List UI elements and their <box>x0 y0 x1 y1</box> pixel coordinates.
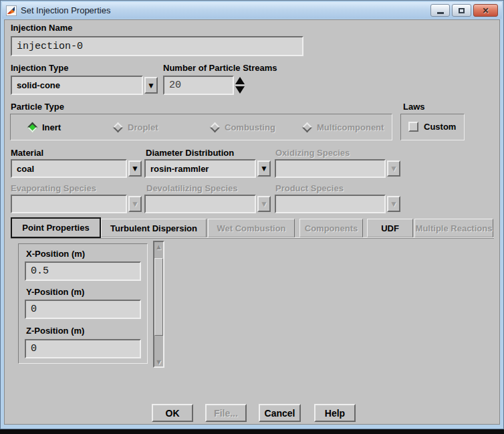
spinner-down-icon[interactable] <box>235 86 245 94</box>
radio-droplet-label: Droplet <box>128 122 158 132</box>
dropdown-arrow-icon: ▼ <box>147 82 155 90</box>
diameter-distribution-label: Diameter Distribution <box>146 148 234 158</box>
injection-type-value: solid-cone <box>17 80 60 90</box>
restore-icon <box>459 8 465 13</box>
material-dropdown-button[interactable]: ▼ <box>128 160 142 177</box>
y-position-input[interactable] <box>25 300 141 319</box>
window-title: Set Injection Properties <box>21 5 110 15</box>
dialog-body: Injection Name Injection Type solid-cone… <box>4 19 500 425</box>
diameter-distribution-value: rosin-rammler <box>150 164 209 174</box>
material-value: coal <box>17 164 34 174</box>
radio-multicomponent: Multicomponent <box>303 114 384 140</box>
radio-unselected-icon <box>113 122 124 132</box>
radio-unselected-icon <box>210 122 221 132</box>
tab-point-properties[interactable]: Point Properties <box>11 217 101 238</box>
evaporating-species-label: Evaporating Species <box>11 183 96 193</box>
injection-type-dropdown-button[interactable]: ▼ <box>144 77 158 94</box>
tab-wet-combustion: Wet Combustion <box>208 219 295 237</box>
tab-multiple-reactions: Multiple Reactions <box>414 219 493 237</box>
tab-turbulent-dispersion[interactable]: Turbulent Dispersion <box>101 219 207 237</box>
z-position-label: Z-Position (m) <box>26 326 84 336</box>
file-button: File... <box>205 404 247 422</box>
particle-streams-label: Number of Particle Streams <box>163 63 277 73</box>
tab-udf[interactable]: UDF <box>367 219 413 237</box>
close-icon: ✕ <box>482 6 489 15</box>
tab-components: Components <box>299 219 363 237</box>
particle-streams-input[interactable] <box>163 76 234 95</box>
cancel-button[interactable]: Cancel <box>259 404 301 422</box>
devolatilizing-species-dropdown-button: ▼ <box>257 196 271 212</box>
spinner-up-icon[interactable] <box>235 77 245 84</box>
custom-checkbox-label: Custom <box>424 122 456 132</box>
dropdown-arrow-icon: ▼ <box>131 200 139 208</box>
material-combo[interactable]: coal <box>11 159 127 178</box>
particle-type-group: Inert Droplet Combusting Multicomponent <box>10 114 392 140</box>
oxidizing-species-combo <box>275 159 386 178</box>
radio-selected-icon <box>27 122 38 132</box>
devolatilizing-species-combo <box>144 195 256 213</box>
dropdown-arrow-icon: ▼ <box>260 200 268 208</box>
radio-combusting-label: Combusting <box>225 122 275 132</box>
laws-label: Laws <box>403 102 425 112</box>
radio-unselected-icon <box>302 122 313 132</box>
radio-droplet: Droplet <box>114 114 158 140</box>
injection-name-input[interactable] <box>11 36 303 56</box>
injection-type-combo[interactable]: solid-cone <box>11 76 143 95</box>
scrollbar-down-icon[interactable]: ▼ <box>154 357 163 366</box>
oxidizing-species-dropdown-button: ▼ <box>387 160 400 177</box>
z-position-input[interactable] <box>25 339 141 358</box>
scrollbar-up-icon[interactable]: ▲ <box>154 242 163 251</box>
ok-button[interactable]: OK <box>152 404 193 422</box>
minimize-icon <box>437 12 444 14</box>
devolatilizing-species-label: Devolatilizing Species <box>146 183 238 193</box>
point-properties-pane: X-Position (m) Y-Position (m) Z-Position… <box>18 243 148 364</box>
particle-type-label: Particle Type <box>11 102 64 112</box>
injection-name-label: Injection Name <box>11 23 72 33</box>
x-position-label: X-Position (m) <box>26 249 85 259</box>
help-button[interactable]: Help <box>314 404 356 422</box>
dialog-window: Set Injection Properties ✕ Injection Nam… <box>0 0 504 429</box>
evaporating-species-combo <box>11 195 127 213</box>
minimize-button[interactable] <box>430 4 450 17</box>
dropdown-arrow-icon: ▼ <box>131 165 139 173</box>
fluent-app-icon <box>6 5 17 16</box>
product-species-combo <box>275 195 386 213</box>
scrollbar-thumb[interactable] <box>154 258 163 336</box>
restore-button[interactable] <box>452 4 471 17</box>
product-species-label: Product Species <box>275 183 344 193</box>
radio-inert[interactable]: Inert <box>29 114 61 140</box>
x-position-input[interactable] <box>25 261 141 281</box>
evaporating-species-dropdown-button: ▼ <box>128 196 142 212</box>
oxidizing-species-label: Oxidizing Species <box>275 148 350 158</box>
product-species-dropdown-button: ▼ <box>387 196 400 212</box>
custom-checkbox[interactable] <box>408 122 418 132</box>
diameter-distribution-dropdown-button[interactable]: ▼ <box>257 160 271 177</box>
laws-group: Custom <box>400 114 465 140</box>
dropdown-arrow-icon: ▼ <box>390 200 398 208</box>
window-controls: ✕ <box>428 4 498 17</box>
background-window-strip <box>0 429 504 434</box>
radio-combusting: Combusting <box>211 114 275 140</box>
close-button[interactable]: ✕ <box>473 4 498 17</box>
title-bar[interactable]: Set Injection Properties ✕ <box>2 2 502 19</box>
y-position-label: Y-Position (m) <box>26 287 84 297</box>
radio-multicomponent-label: Multicomponent <box>317 122 384 132</box>
diameter-distribution-combo[interactable]: rosin-rammler <box>144 159 256 178</box>
dropdown-arrow-icon: ▼ <box>390 165 398 173</box>
dropdown-arrow-icon: ▼ <box>260 165 268 173</box>
injection-type-label: Injection Type <box>11 63 68 73</box>
point-properties-scrollbar[interactable]: ▲ ▼ <box>153 241 164 368</box>
radio-inert-label: Inert <box>42 122 61 132</box>
material-label: Material <box>11 148 43 158</box>
